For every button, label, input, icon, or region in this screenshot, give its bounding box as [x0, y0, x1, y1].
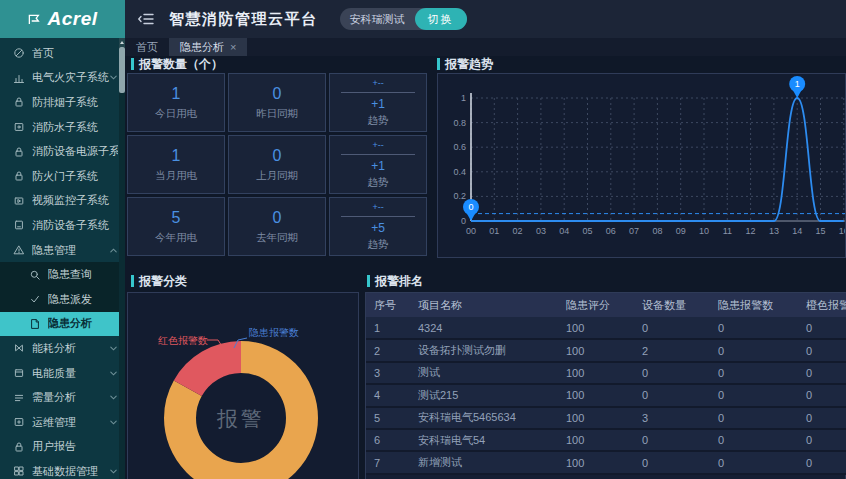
stat-label: 昨日同期 [256, 107, 298, 121]
table-row[interactable]: 7新增测试100000 [366, 451, 846, 473]
sidebar-item-user-report[interactable]: 用户报告 [0, 435, 125, 460]
column-header[interactable]: 隐患评分 [558, 293, 634, 317]
alarm-trend-title: 报警趋势 [437, 57, 493, 71]
alarm-category-panel: 隐患报警数红色报警数报警 [127, 292, 359, 479]
sidebar-item-ops-management[interactable]: 运维管理 [0, 410, 125, 435]
sidebar-item-fire-power-subsystem[interactable]: 消防设备电源子系统 [0, 139, 125, 164]
trend-divider [341, 92, 415, 93]
svg-text:11: 11 [723, 226, 732, 236]
sidebar-item-power-quality[interactable]: 电能质量 [0, 361, 125, 386]
table-cell: 0 [798, 407, 846, 429]
svg-text:0: 0 [468, 202, 473, 212]
table-cell: 5 [366, 407, 410, 429]
chevron-down-icon [109, 369, 118, 378]
sidebar-menu: 首页电气火灾子系统防排烟子系统消防水子系统消防设备电源子系统防火门子系统视频监控… [0, 41, 125, 479]
table-row[interactable]: 14324100000 [366, 317, 846, 339]
column-header[interactable]: 序号 [366, 293, 410, 317]
accent-bar [131, 58, 134, 70]
column-header[interactable]: 隐患报警数 [710, 293, 798, 317]
sidebar-item-smoke-control-subsystem[interactable]: 防排烟子系统 [0, 90, 125, 115]
brand-logo: Acrel [0, 0, 125, 38]
sidebar-item-base-data-management[interactable]: 基础数据管理 [0, 459, 125, 479]
alarm-count-cards: 1今日用电0昨日同期+--+1趋势1当月用电0上月同期+--+1趋势5今年用电0… [127, 73, 427, 256]
table-row[interactable]: 2设备拓扑测试勿删100200 [366, 339, 846, 361]
table-row[interactable]: 4测试215100000 [366, 384, 846, 406]
table-cell: 100 [558, 407, 634, 429]
table-row[interactable]: 3测试100000 [366, 362, 846, 384]
table-cell: 3 [366, 362, 410, 384]
trend-divider [341, 216, 415, 217]
table-cell: 0 [710, 339, 798, 361]
doc-icon [29, 318, 41, 330]
table-cell: 0 [798, 429, 846, 451]
sidebar-item-hazard-dispatch[interactable]: 隐患派发 [0, 287, 125, 312]
donut-center-label: 报警 [216, 407, 265, 430]
svg-text:00: 00 [466, 226, 476, 236]
tenant-badge: 安科瑞测试 切换 [340, 8, 467, 30]
chevron-down-icon [109, 418, 118, 427]
menu-collapse-icon[interactable] [137, 11, 155, 27]
svg-text:1: 1 [795, 79, 800, 89]
sidebar-item-label: 电气火灾子系统 [32, 70, 109, 85]
sidebar-item-hazard-management[interactable]: 隐患管理 [0, 238, 125, 263]
table-row[interactable]: 5安科瑞电气5465634100300 [366, 407, 846, 429]
table-cell: 设备拓扑测试勿删 [410, 339, 558, 361]
sidebar-item-hazard-query[interactable]: 隐患查询 [0, 262, 125, 287]
lock-icon [13, 170, 25, 182]
sidebar-item-fire-door-subsystem[interactable]: 防火门子系统 [0, 164, 125, 189]
svg-text:02: 02 [513, 226, 523, 236]
table-cell: 测试215 [410, 384, 558, 406]
trend-delta-top: +-- [372, 78, 383, 88]
sidebar-item-label: 防火门子系统 [32, 169, 118, 184]
stat-label: 去年同期 [256, 231, 298, 245]
table-cell: 0 [710, 384, 798, 406]
svg-text:03: 03 [536, 226, 546, 236]
table-cell: 100 [558, 384, 634, 406]
tab-home[interactable]: 首页 [125, 38, 169, 56]
sidebar-item-home[interactable]: 首页 [0, 41, 125, 66]
table-cell: 0 [710, 407, 798, 429]
column-header[interactable]: 设备数量 [634, 293, 710, 317]
table-cell: 4 [366, 384, 410, 406]
table-cell: 7 [366, 451, 410, 473]
device-icon [13, 219, 25, 231]
tab-bar: 首页隐患分析× [125, 38, 846, 56]
sidebar-item-electrical-fire-subsystem[interactable]: 电气火灾子系统 [0, 66, 125, 91]
column-header[interactable]: 橙色报警数 [798, 293, 846, 317]
trend-marker[interactable]: 1 [789, 76, 805, 98]
stat-card-yesterday: 0昨日同期 [228, 73, 326, 132]
table-cell: 0 [798, 384, 846, 406]
trend-delta-top: +-- [372, 140, 383, 150]
acrel-logo-icon [27, 13, 42, 26]
tab-label: 隐患分析 [180, 40, 224, 55]
sidebar-item-demand-analysis[interactable]: 需量分析 [0, 385, 125, 410]
svg-text:01: 01 [489, 226, 499, 236]
sidebar-item-fire-water-subsystem[interactable]: 消防水子系统 [0, 115, 125, 140]
svg-text:0: 0 [461, 216, 466, 226]
svg-text:05: 05 [582, 226, 592, 236]
table-cell: 0 [634, 429, 710, 451]
sidebar-item-energy-analysis[interactable]: 能耗分析 [0, 336, 125, 361]
section-title-text: 报警数量（个） [139, 56, 223, 73]
stat-label: 趋势 [368, 238, 389, 252]
switch-button[interactable]: 切换 [415, 8, 467, 30]
sidebar-item-hazard-analysis[interactable]: 隐患分析 [0, 312, 125, 337]
column-header[interactable]: 项目名称 [410, 293, 558, 317]
stat-label: 今年用电 [155, 231, 197, 245]
svg-text:0.8: 0.8 [453, 118, 466, 128]
table-cell: 0 [634, 317, 710, 339]
table-row[interactable]: 6安科瑞电气54100000 [366, 429, 846, 451]
trend-delta-top: +-- [372, 202, 383, 212]
sidebar-item-label: 基础数据管理 [32, 464, 109, 479]
trend-delta-value: +1 [371, 97, 385, 111]
table-cell: 0 [798, 339, 846, 361]
sidebar-item-label: 首页 [32, 46, 118, 61]
tab-hazard-analysis[interactable]: 隐患分析× [169, 38, 247, 56]
sidebar-item-video-monitor-subsystem[interactable]: 视频监控子系统 [0, 189, 125, 214]
chevron-up-icon [109, 246, 118, 255]
stat-value: 1 [172, 146, 181, 166]
sidebar-item-fire-device-subsystem[interactable]: 消防设备子系统 [0, 213, 125, 238]
alarm-category-title: 报警分类 [131, 274, 187, 288]
svg-text:0.2: 0.2 [453, 191, 466, 201]
tab-close-icon[interactable]: × [230, 41, 236, 53]
